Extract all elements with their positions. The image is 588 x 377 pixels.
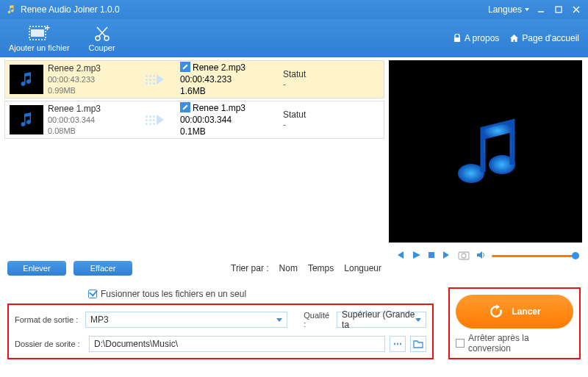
status-label: Statut (283, 69, 327, 79)
output-duration: 00:00:03.344 (180, 114, 283, 126)
snapshot-button[interactable] (458, 250, 470, 262)
output-dir-label: Dossier de sorite : (15, 340, 85, 348)
stop-after-label: Arrêter après la conversion (468, 333, 573, 353)
clear-button[interactable]: Effacer (74, 261, 132, 276)
language-selector[interactable]: Langues (488, 4, 529, 15)
checkbox-checked-icon (88, 290, 97, 298)
launch-panel: Lancer Arrêter après la conversion (448, 287, 581, 359)
file-list: Renee 2.mp3 00:00:43.233 0.99MB Renee 2.… (0, 57, 389, 256)
titlebar: Renee Audio Joiner 1.0.0 Langues (0, 0, 588, 19)
close-button[interactable] (570, 4, 582, 15)
browse-folder-button[interactable] (410, 336, 426, 352)
file-duration: 00:00:03.344 (48, 115, 129, 126)
output-size: 0.1MB (180, 126, 283, 137)
convert-arrow-icon (129, 74, 180, 85)
remove-button[interactable]: Enlever (7, 261, 66, 276)
toolbar: + Ajouter un fichier Couper A propos Pag… (0, 19, 588, 57)
status-label: Statut (283, 109, 327, 120)
file-name: Renee 2.mp3 (48, 62, 129, 74)
convert-arrow-icon (129, 115, 180, 125)
scissors-icon (93, 24, 112, 42)
minimize-button[interactable] (535, 4, 547, 15)
output-dir-input[interactable]: D:\Documents\Music\ (89, 336, 385, 352)
music-note-icon (442, 107, 530, 195)
preview-panel (389, 60, 582, 243)
edit-icon[interactable] (180, 102, 190, 112)
home-icon (509, 34, 519, 43)
file-row[interactable]: Renee 1.mp3 00:00:03.344 0.08MB Renee 1.… (4, 101, 384, 139)
svg-line-10 (97, 27, 106, 37)
format-select[interactable]: MP3 (85, 312, 287, 328)
quality-label: Qualité : (304, 311, 332, 328)
svg-point-16 (462, 254, 466, 258)
svg-rect-11 (454, 37, 460, 42)
file-name: Renee 1.mp3 (48, 103, 129, 115)
sort-by-name[interactable]: Nom (279, 263, 298, 273)
file-duration: 00:00:43.233 (48, 74, 129, 85)
file-thumbnail (10, 105, 43, 134)
status-value: - (283, 79, 327, 90)
status-value: - (283, 120, 327, 130)
chevron-down-icon (415, 318, 421, 322)
file-size: 0.99MB (48, 85, 129, 96)
volume-icon[interactable] (476, 250, 486, 262)
stop-after-checkbox[interactable] (456, 339, 465, 348)
volume-slider[interactable] (492, 255, 579, 257)
sort-by-time[interactable]: Temps (308, 263, 334, 273)
file-thumbnail (10, 65, 43, 94)
folder-icon (413, 340, 423, 348)
output-size: 1.6MB (180, 85, 283, 97)
more-button[interactable]: ⋯ (390, 336, 406, 352)
film-add-icon: + (28, 24, 50, 42)
svg-rect-5 (31, 29, 44, 37)
file-size: 0.08MB (48, 126, 129, 137)
svg-line-9 (98, 27, 107, 37)
output-settings: Format de sortie : MP3 Qualité : Supérie… (7, 304, 434, 359)
sort-by-length[interactable]: Longueur (344, 263, 381, 273)
stop-button[interactable] (427, 251, 436, 262)
edit-icon[interactable] (180, 62, 190, 72)
home-link[interactable]: Page d'accueil (509, 33, 579, 43)
svg-text:+: + (45, 24, 50, 33)
prev-button[interactable] (395, 250, 405, 262)
play-button[interactable] (411, 250, 421, 262)
chevron-down-icon (525, 8, 529, 11)
chevron-down-icon (276, 318, 282, 322)
playback-controls (390, 250, 584, 262)
cut-button[interactable]: Couper (89, 24, 115, 52)
output-name: Renee 2.mp3 (193, 62, 245, 73)
about-link[interactable]: A propos (453, 33, 499, 43)
svg-rect-14 (429, 252, 434, 258)
app-logo-icon (6, 4, 16, 15)
format-label: Format de sortie : (15, 315, 81, 324)
file-row[interactable]: Renee 2.mp3 00:00:43.233 0.99MB Renee 2.… (4, 60, 384, 98)
maximize-button[interactable] (553, 4, 564, 15)
app-title: Renee Audio Joiner 1.0.0 (21, 4, 120, 15)
refresh-icon (488, 304, 504, 320)
launch-button[interactable]: Lancer (456, 295, 573, 328)
add-file-button[interactable]: + Ajouter un fichier (9, 24, 70, 52)
output-name: Renee 1.mp3 (193, 103, 245, 113)
svg-rect-1 (556, 7, 562, 12)
lock-icon (453, 34, 462, 43)
sort-label: Trier par : (231, 263, 269, 273)
output-duration: 00:00:43.233 (180, 73, 283, 85)
next-button[interactable] (442, 250, 452, 262)
quality-select[interactable]: Supérieur (Grande ta (337, 312, 426, 328)
